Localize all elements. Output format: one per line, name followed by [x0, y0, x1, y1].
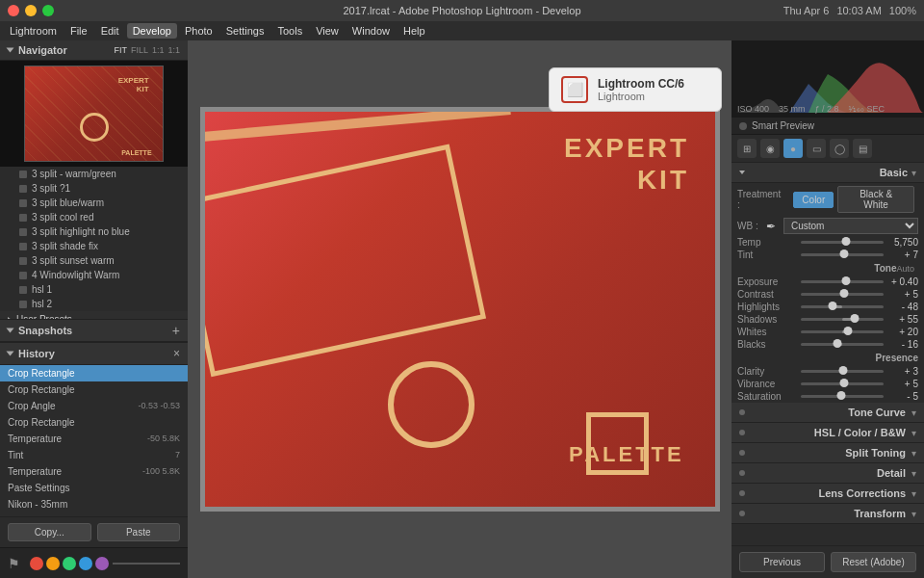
history-close-button[interactable]: ×: [173, 347, 180, 360]
detail-section[interactable]: Detail ▾: [732, 463, 924, 484]
shadows-slider[interactable]: [801, 318, 884, 321]
wb-select[interactable]: Custom As Shot Auto Daylight: [783, 218, 918, 234]
temp-thumb[interactable]: [842, 237, 851, 246]
history-item-6[interactable]: Temperature -100 5.8K: [0, 463, 188, 480]
nav-fill[interactable]: FILL: [131, 45, 148, 55]
preset-item[interactable]: 3 split shade fix: [0, 239, 188, 253]
nav-1-1[interactable]: 1:1: [152, 45, 165, 55]
contrast-thumb[interactable]: [839, 289, 848, 298]
menu-file[interactable]: File: [64, 23, 93, 39]
tint-slider[interactable]: [801, 253, 884, 256]
blacks-slider[interactable]: [801, 343, 884, 346]
menu-view[interactable]: View: [310, 23, 345, 39]
menu-lightroom[interactable]: Lightroom: [4, 23, 63, 39]
dot-purple[interactable]: [95, 557, 109, 570]
tone-auto[interactable]: Auto: [896, 264, 914, 274]
temp-slider[interactable]: [801, 241, 884, 244]
blacks-value: - 16: [887, 339, 918, 350]
wb-dropper-icon[interactable]: ✒: [766, 220, 780, 233]
preset-item[interactable]: 3 split cool red: [0, 210, 188, 224]
basic-section-header[interactable]: Basic ▾: [732, 163, 924, 183]
navigator-header[interactable]: Navigator FIT FILL 1:1 1:1: [0, 40, 188, 61]
previous-button[interactable]: Previous: [739, 552, 825, 572]
preset-item[interactable]: 3 split highlight no blue: [0, 224, 188, 239]
preset-item[interactable]: 3 split blue/warm: [0, 196, 188, 210]
exposure-thumb[interactable]: [842, 276, 851, 285]
menu-edit[interactable]: Edit: [95, 23, 125, 39]
preset-item[interactable]: 3 split - warm/green: [0, 167, 188, 181]
menu-photo[interactable]: Photo: [179, 23, 218, 39]
contrast-slider[interactable]: [801, 293, 884, 296]
filmstrip-slider[interactable]: [113, 563, 180, 565]
presence-subtitle: Presence: [732, 351, 924, 365]
menu-develop[interactable]: Develop: [127, 23, 177, 39]
snapshots-triangle: [7, 328, 14, 332]
close-button[interactable]: [8, 5, 19, 16]
copy-button[interactable]: Copy...: [8, 523, 91, 541]
history-item-5[interactable]: Tint 7: [0, 447, 188, 463]
split-toning-section[interactable]: Split Toning ▾: [732, 443, 924, 463]
tool-crop[interactable]: ⊞: [737, 139, 757, 158]
saturation-slider[interactable]: [801, 395, 884, 398]
maximize-button[interactable]: [42, 5, 54, 16]
whites-slider[interactable]: [801, 330, 884, 333]
history-item-4[interactable]: Temperature -50 5.8K: [0, 431, 188, 447]
dot-green[interactable]: [63, 557, 76, 570]
whites-thumb[interactable]: [844, 327, 853, 335]
history-item-0[interactable]: Crop Rectangle: [0, 365, 188, 381]
user-presets-header[interactable]: User Presets: [0, 311, 188, 319]
menu-settings[interactable]: Settings: [220, 23, 270, 39]
navigator-thumbnail: EXPERTKIT PALETTE: [0, 61, 188, 167]
preset-item[interactable]: 4 Windowlight Warm: [0, 268, 188, 282]
paste-button[interactable]: Paste: [97, 523, 181, 541]
tool-radial[interactable]: ◯: [830, 139, 849, 158]
hsl-section[interactable]: HSL / Color / B&W ▾: [732, 423, 924, 443]
histogram: ISO 400 35 mm ƒ / 2.8 ¹⁄₁₆₀ SEC: [732, 40, 924, 118]
vibrance-thumb[interactable]: [839, 379, 848, 387]
tool-brush[interactable]: ▤: [853, 139, 872, 158]
preset-item[interactable]: hsl 1: [0, 282, 188, 297]
history-header[interactable]: History ×: [0, 342, 188, 365]
clarity-thumb[interactable]: [838, 366, 847, 375]
minimize-button[interactable]: [25, 5, 37, 16]
blacks-thumb[interactable]: [833, 339, 841, 348]
history-item-7[interactable]: Paste Settings: [0, 480, 188, 496]
nav-ratio[interactable]: 1:1: [167, 45, 180, 55]
filmstrip-flag[interactable]: ⚑: [8, 556, 20, 571]
snapshots-add-button[interactable]: +: [172, 324, 180, 337]
tool-spot[interactable]: ◉: [760, 139, 780, 158]
bw-button[interactable]: Black & White: [837, 186, 914, 213]
color-button[interactable]: Color: [793, 192, 834, 208]
dot-yellow[interactable]: [46, 557, 60, 570]
tool-gradient[interactable]: ▭: [807, 139, 826, 158]
preset-item[interactable]: 3 split sunset warm: [0, 253, 188, 268]
tint-thumb[interactable]: [839, 250, 848, 258]
lens-corrections-section[interactable]: Lens Corrections ▾: [732, 484, 924, 504]
shadows-thumb[interactable]: [850, 314, 859, 323]
reset-button[interactable]: Reset (Adobe): [831, 552, 916, 572]
window-controls[interactable]: [8, 5, 54, 16]
menu-help[interactable]: Help: [398, 23, 431, 39]
highlights-thumb[interactable]: [828, 302, 836, 310]
history-item-8[interactable]: Nikon - 35mm: [0, 496, 188, 512]
vibrance-slider[interactable]: [801, 382, 884, 385]
dot-blue[interactable]: [79, 557, 92, 570]
preset-item[interactable]: hsl 2: [0, 297, 188, 311]
snapshots-header[interactable]: Snapshots +: [0, 319, 188, 342]
menu-window[interactable]: Window: [346, 23, 396, 39]
highlights-slider[interactable]: [801, 305, 884, 308]
history-item-2[interactable]: Crop Angle -0.53 -0.53: [0, 398, 188, 414]
menu-tools[interactable]: Tools: [271, 23, 308, 39]
exposure-slider[interactable]: [801, 280, 884, 283]
navigator-triangle: [7, 48, 14, 53]
clarity-slider[interactable]: [801, 370, 884, 373]
transform-section[interactable]: Transform ▾: [732, 504, 924, 524]
tool-redeye[interactable]: ●: [783, 139, 803, 158]
history-item-1[interactable]: Crop Rectangle: [0, 381, 188, 398]
tone-curve-section[interactable]: Tone Curve ▾: [732, 403, 924, 423]
dot-red[interactable]: [30, 557, 43, 570]
history-item-3[interactable]: Crop Rectangle: [0, 414, 188, 431]
nav-fit[interactable]: FIT: [114, 45, 127, 55]
preset-item[interactable]: 3 split ?1: [0, 181, 188, 196]
saturation-thumb[interactable]: [837, 391, 846, 400]
